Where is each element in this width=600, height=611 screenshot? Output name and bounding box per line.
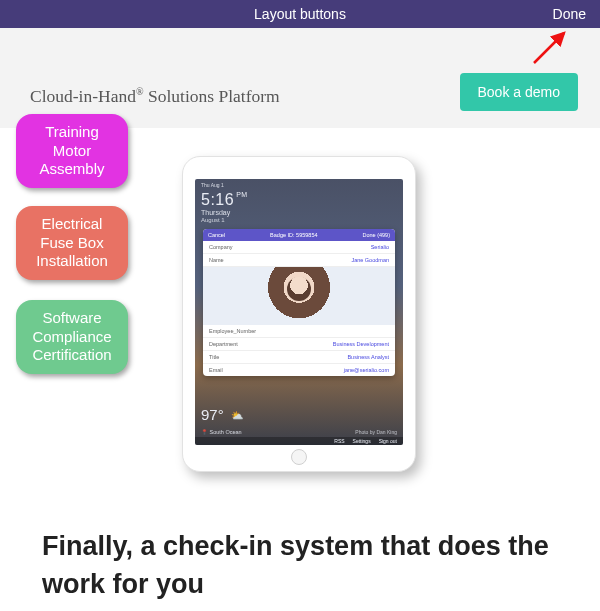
footer-link[interactable]: Sign out	[379, 438, 397, 444]
photo-credit: Photo by Dan King	[355, 429, 397, 435]
layout-button-electrical[interactable]: Electrical Fuse Box Installation	[16, 206, 128, 280]
weather-location: 📍 South Ocean	[201, 429, 242, 435]
tablet-mockup: Thu Aug 1 5:16PM Thursday August 1 Cance…	[182, 156, 416, 472]
lock-time-value: 5:16	[201, 191, 234, 208]
lock-time: 5:16PM	[201, 191, 248, 209]
layout-editor-topbar: Layout buttons Done	[0, 0, 600, 28]
footer-link[interactable]: RSS	[334, 438, 344, 444]
weather-icon: ⛅	[231, 410, 243, 421]
page-headline: Finally, a check-in system that does the…	[42, 528, 560, 604]
layout-button-software[interactable]: Software Compliance Certification	[16, 300, 128, 374]
registered-mark: ®	[136, 86, 144, 97]
topbar-title: Layout buttons	[254, 6, 346, 22]
card-row: DepartmentBusiness Development	[203, 338, 395, 351]
card-photo	[203, 267, 395, 325]
status-bar: Thu Aug 1	[201, 182, 224, 188]
card-row: Emailjane@serialio.com	[203, 364, 395, 376]
done-button[interactable]: Done	[553, 0, 586, 28]
card-row: TitleBusiness Analyst	[203, 351, 395, 364]
lock-date: August 1	[201, 217, 225, 223]
lock-day: Thursday	[201, 209, 230, 216]
card-row: NameJane Goodman	[203, 254, 395, 267]
brand-pre: Cloud-in-Hand	[30, 86, 136, 106]
brand-title: Cloud-in-Hand® Solutions Platform	[30, 86, 280, 107]
home-button-icon	[291, 449, 307, 465]
weather-temp: 97°	[201, 406, 224, 423]
screen-footer: RSS Settings Sign out	[195, 437, 403, 445]
tablet-screen: Thu Aug 1 5:16PM Thursday August 1 Cance…	[195, 179, 403, 445]
card-cancel[interactable]: Cancel	[208, 232, 225, 238]
card-done[interactable]: Done (499)	[362, 232, 390, 238]
card-header: Cancel Badge ID: 5959854 Done (499)	[203, 229, 395, 241]
checkin-card: Cancel Badge ID: 5959854 Done (499) Comp…	[203, 229, 395, 376]
footer-link[interactable]: Settings	[353, 438, 371, 444]
brand-post: Solutions Platform	[144, 86, 280, 106]
card-row: Employee_Number	[203, 325, 395, 338]
card-badge: Badge ID: 5959854	[270, 232, 317, 238]
lock-time-ampm: PM	[236, 191, 248, 198]
card-row: CompanySerialio	[203, 241, 395, 254]
layout-button-training[interactable]: Training Motor Assembly	[16, 114, 128, 188]
book-demo-button[interactable]: Book a demo	[460, 73, 579, 111]
page-content: Cloud-in-Hand® Solutions Platform Book a…	[0, 28, 600, 611]
